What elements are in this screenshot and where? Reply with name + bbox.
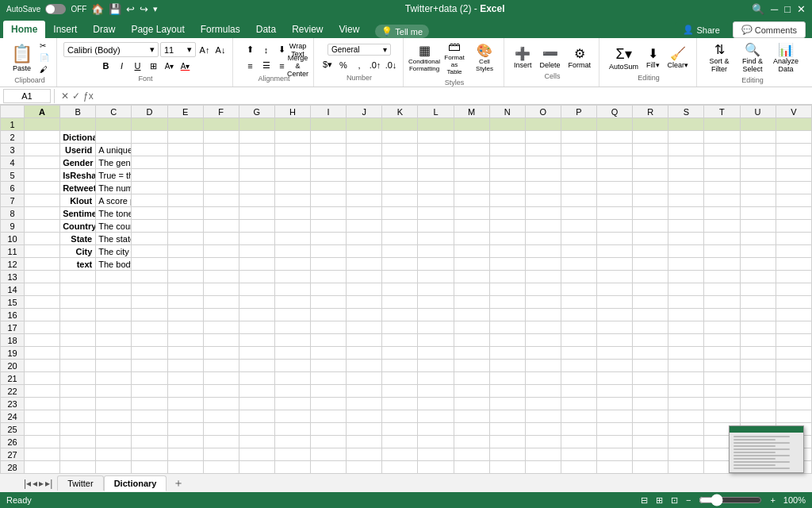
- cell-A26[interactable]: [25, 436, 60, 448]
- cell-T18[interactable]: [704, 334, 740, 347]
- cell-J16[interactable]: [347, 309, 382, 321]
- cell-T19[interactable]: [704, 347, 740, 360]
- tell-me-box[interactable]: 💡 Tell me: [375, 25, 429, 38]
- cell-I26[interactable]: [311, 436, 347, 448]
- cell-D14[interactable]: [132, 283, 167, 296]
- cell-I10[interactable]: [311, 233, 347, 245]
- cell-V8[interactable]: [776, 207, 811, 220]
- cell-N20[interactable]: [489, 360, 525, 372]
- cell-B10[interactable]: State: [60, 233, 96, 245]
- cell-R8[interactable]: [633, 207, 668, 220]
- cell-J26[interactable]: [347, 436, 382, 448]
- cell-D12[interactable]: [132, 258, 167, 271]
- cell-A2[interactable]: [25, 131, 60, 144]
- col-header-Q[interactable]: Q: [597, 106, 633, 118]
- cell-B7[interactable]: Klout: [60, 194, 96, 207]
- cell-U19[interactable]: [740, 347, 776, 360]
- cell-R21[interactable]: [633, 372, 668, 385]
- cell-B3[interactable]: Userid: [60, 144, 96, 156]
- increase-decimal-button[interactable]: .0↑: [368, 58, 382, 72]
- cell-T23[interactable]: [704, 398, 740, 410]
- cell-L6[interactable]: [418, 182, 454, 194]
- cell-C18[interactable]: [96, 334, 132, 347]
- cell-U3[interactable]: [740, 144, 776, 156]
- cell-S25[interactable]: [668, 423, 704, 436]
- cell-V18[interactable]: [776, 334, 811, 347]
- cell-R10[interactable]: [633, 233, 668, 245]
- cell-C23[interactable]: [96, 398, 132, 410]
- cell-R13[interactable]: [633, 271, 668, 283]
- cell-V23[interactable]: [776, 398, 811, 410]
- cell-R28[interactable]: [633, 461, 668, 474]
- cell-H12[interactable]: [274, 258, 310, 271]
- col-header-A[interactable]: A: [25, 106, 60, 118]
- formula-input[interactable]: [97, 90, 809, 102]
- cell-F8[interactable]: [203, 207, 239, 220]
- cell-E16[interactable]: [167, 309, 203, 321]
- cell-D9[interactable]: [132, 220, 167, 233]
- home-icon[interactable]: 🏠: [91, 3, 104, 15]
- cell-O2[interactable]: [525, 131, 561, 144]
- cell-I15[interactable]: [311, 296, 347, 309]
- cell-T5[interactable]: [704, 169, 740, 182]
- cell-C27[interactable]: [96, 448, 132, 461]
- cell-N21[interactable]: [489, 372, 525, 385]
- clear-button[interactable]: 🧹 Clear▾: [665, 44, 692, 71]
- cell-R26[interactable]: [633, 436, 668, 448]
- cell-I16[interactable]: [311, 309, 347, 321]
- row-num-18[interactable]: 18: [1, 334, 25, 347]
- row-num-27[interactable]: 27: [1, 448, 25, 461]
- cell-F12[interactable]: [203, 258, 239, 271]
- cell-A14[interactable]: [25, 283, 60, 296]
- cell-K15[interactable]: [382, 296, 418, 309]
- cell-A24[interactable]: [25, 410, 60, 423]
- cell-M7[interactable]: [454, 194, 489, 207]
- cell-A7[interactable]: [25, 194, 60, 207]
- cell-E20[interactable]: [167, 360, 203, 372]
- cell-O21[interactable]: [525, 372, 561, 385]
- cell-S9[interactable]: [668, 220, 704, 233]
- cell-G5[interactable]: [239, 169, 274, 182]
- cell-O18[interactable]: [525, 334, 561, 347]
- cell-H24[interactable]: [274, 410, 310, 423]
- sheet-tab-twitter[interactable]: Twitter: [57, 475, 103, 491]
- col-header-V[interactable]: V: [776, 106, 811, 118]
- zoom-in-icon[interactable]: +: [770, 495, 775, 505]
- cell-E15[interactable]: [167, 296, 203, 309]
- cell-B2[interactable]: Dictionary: [60, 131, 96, 144]
- cell-M28[interactable]: [454, 461, 489, 474]
- cell-N1[interactable]: [489, 118, 525, 131]
- cell-J13[interactable]: [347, 271, 382, 283]
- comments-button[interactable]: 💬 Comments: [733, 21, 806, 38]
- cell-B18[interactable]: [60, 334, 96, 347]
- cell-B15[interactable]: [60, 296, 96, 309]
- cell-N28[interactable]: [489, 461, 525, 474]
- cell-B24[interactable]: [60, 410, 96, 423]
- col-header-D[interactable]: D: [132, 106, 167, 118]
- underline-button[interactable]: U: [131, 59, 145, 73]
- cell-J12[interactable]: [347, 258, 382, 271]
- cell-D4[interactable]: [132, 156, 167, 169]
- cell-K4[interactable]: [382, 156, 418, 169]
- cell-Q13[interactable]: [597, 271, 633, 283]
- cell-O14[interactable]: [525, 283, 561, 296]
- cell-H28[interactable]: [274, 461, 310, 474]
- cell-O5[interactable]: [525, 169, 561, 182]
- cell-H22[interactable]: [274, 385, 310, 398]
- cell-U13[interactable]: [740, 271, 776, 283]
- font-name-selector[interactable]: Calibri (Body) ▾: [63, 42, 159, 57]
- cell-M13[interactable]: [454, 271, 489, 283]
- cell-M18[interactable]: [454, 334, 489, 347]
- cell-D17[interactable]: [132, 321, 167, 334]
- cell-Q3[interactable]: [597, 144, 633, 156]
- cell-F6[interactable]: [203, 182, 239, 194]
- cell-C13[interactable]: [96, 271, 132, 283]
- cell-M16[interactable]: [454, 309, 489, 321]
- cell-Q26[interactable]: [597, 436, 633, 448]
- cell-B21[interactable]: [60, 372, 96, 385]
- cell-C26[interactable]: [96, 436, 132, 448]
- cell-K25[interactable]: [382, 423, 418, 436]
- cell-F26[interactable]: [203, 436, 239, 448]
- cell-M10[interactable]: [454, 233, 489, 245]
- cell-F4[interactable]: [203, 156, 239, 169]
